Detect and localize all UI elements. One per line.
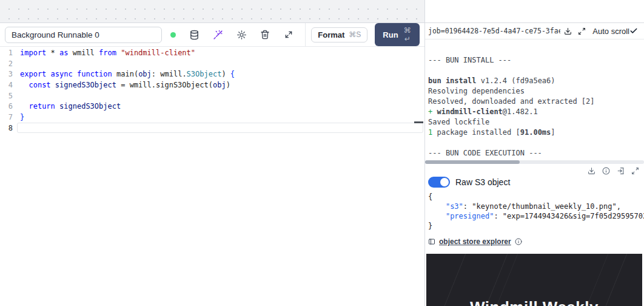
code-line: 3export async function main(obj: wmill.S… <box>0 69 424 80</box>
job-id: job=01964428-7e5d-4a47-ce75-3fae4 <box>428 27 560 35</box>
app-canvas-dotted-grid[interactable] <box>0 0 424 23</box>
fullscreen-editor-button[interactable] <box>283 29 294 40</box>
toolbar-divider <box>305 23 306 47</box>
result-json[interactable]: { "s3": "keynote/thumbnail_weekly_10.png… <box>425 192 644 231</box>
auto-scroll-label: Auto scroll <box>592 27 629 36</box>
format-button-label: Format <box>318 30 344 39</box>
preview-title-text: Windmill Weekly <box>426 298 642 306</box>
open-in-drawer-button[interactable] <box>616 166 625 175</box>
job-logs: --- BUN INSTALL --- bun install v1.2.4 (… <box>425 39 644 159</box>
magic-wand-icon <box>213 30 223 40</box>
code-editor[interactable]: 1import * as wmill from "windmill-client… <box>0 47 424 305</box>
open-drawer-icon <box>617 167 625 175</box>
info-icon <box>602 167 610 175</box>
object-store-explorer-link[interactable]: object store explorer <box>439 237 511 246</box>
runnable-toolbar: Format ⌘S Run ⌘ ↵ <box>0 23 424 47</box>
code-line: 2 <box>0 58 424 69</box>
expand-logs-button[interactable] <box>576 25 587 36</box>
expand-icon <box>631 167 639 175</box>
download-icon <box>588 167 595 175</box>
code-line: 7} <box>0 112 424 123</box>
download-logs-button[interactable] <box>562 25 573 36</box>
s3-image-preview: Windmill Weekly <box>426 254 642 306</box>
info-icon <box>515 238 522 245</box>
scrollbar-thumb[interactable] <box>425 160 520 164</box>
auto-scroll-checkbox[interactable] <box>629 27 638 35</box>
trash-icon <box>260 30 270 39</box>
format-button[interactable]: Format ⌘S <box>311 27 367 42</box>
download-icon <box>564 27 572 35</box>
result-toolbar <box>425 166 644 175</box>
code-line: 8 <box>0 123 424 134</box>
runnable-name-input[interactable] <box>5 27 162 43</box>
result-info-button[interactable] <box>602 166 610 175</box>
code-line: 4 const signedS3Object = wmill.signS3Obj… <box>0 80 424 90</box>
delete-button[interactable] <box>260 29 270 40</box>
script-editor-panel: Format ⌘S Run ⌘ ↵ 1import * as wmill fro… <box>0 0 425 306</box>
database-button[interactable] <box>189 29 200 40</box>
code-line: 6 return signedS3Object <box>0 101 424 112</box>
run-button[interactable]: Run ⌘ ↵ <box>375 23 420 46</box>
object-store-explorer-row: object store explorer <box>425 237 644 246</box>
code-line: 5 <box>0 90 424 101</box>
run-shortcut: ⌘ ↵ <box>403 26 412 43</box>
expand-result-button[interactable] <box>631 166 639 175</box>
log-horizontal-scrollbar[interactable] <box>425 160 644 164</box>
panel-left-icon <box>428 238 435 245</box>
run-button-label: Run <box>383 30 398 39</box>
settings-button[interactable] <box>236 29 247 40</box>
job-header: job=01964428-7e5d-4a47-ce75-3fae4 Auto s… <box>425 23 644 39</box>
overview-ruler-cursor-marker <box>414 121 423 123</box>
download-result-button[interactable] <box>587 166 595 175</box>
expand-icon <box>578 27 586 35</box>
raw-s3-toggle-row: Raw S3 object <box>425 176 644 188</box>
status-dot <box>170 32 176 38</box>
raw-s3-toggle-label: Raw S3 object <box>455 177 510 187</box>
windmill-app-editor: Format ⌘S Run ⌘ ↵ 1import * as wmill fro… <box>0 0 644 306</box>
code-line: 1import * as wmill from "windmill-client… <box>0 47 424 58</box>
toggle-knob <box>440 178 449 186</box>
right-panel-header-spacer <box>425 0 644 23</box>
ai-assistant-button[interactable] <box>212 29 223 40</box>
format-shortcut: ⌘S <box>349 30 361 39</box>
raw-s3-toggle[interactable] <box>428 177 450 188</box>
expand-diagonal-icon <box>284 30 293 39</box>
check-icon <box>629 27 638 35</box>
database-icon <box>189 30 200 40</box>
gear-icon <box>236 30 247 40</box>
job-result-panel: job=01964428-7e5d-4a47-ce75-3fae4 Auto s… <box>425 0 644 306</box>
